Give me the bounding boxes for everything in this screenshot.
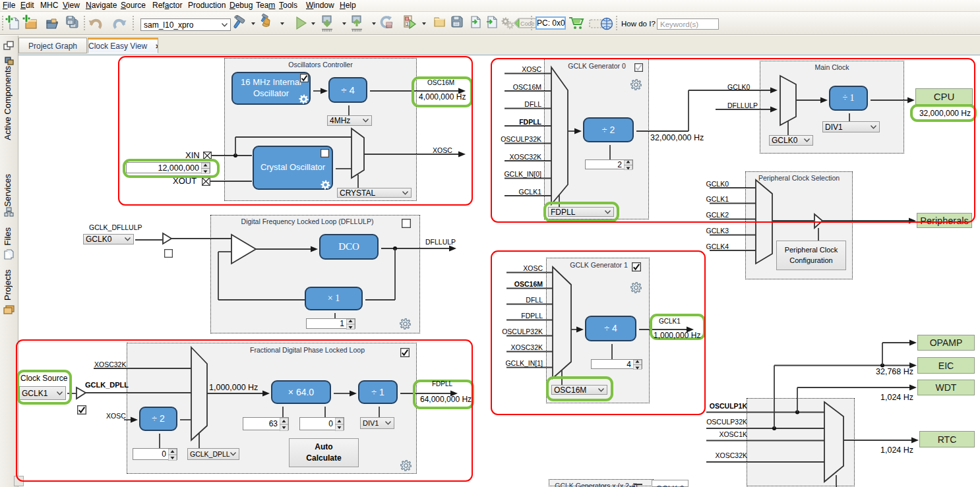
svg-text:3: 3 [406, 22, 409, 26]
svg-text:Code: Code [520, 20, 535, 27]
